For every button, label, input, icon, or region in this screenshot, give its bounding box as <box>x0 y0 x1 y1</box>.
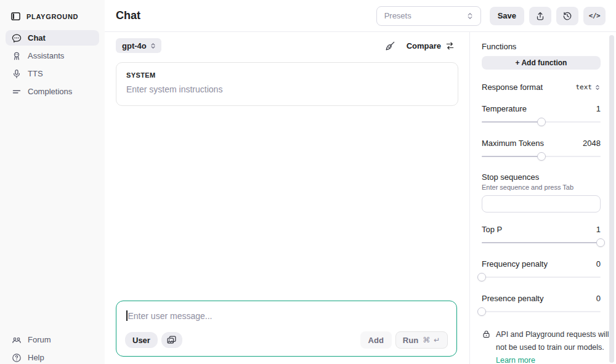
functions-label: Functions <box>482 42 601 51</box>
slider-thumb[interactable] <box>477 273 486 281</box>
frequency-penalty-slider[interactable] <box>482 273 601 281</box>
playground-app: PLAYGROUND Chat Assistants TTS Completio <box>0 0 616 364</box>
slider-thumb[interactable] <box>596 238 605 247</box>
sidebar-item-help[interactable]: Help <box>6 350 99 364</box>
compare-button[interactable]: Compare <box>407 41 455 51</box>
privacy-line: API and Playground requests will <box>496 328 609 341</box>
model-name: gpt-4o <box>122 41 147 51</box>
user-message-composer[interactable]: Enter user message... User Add Run <box>116 301 457 357</box>
history-clock-icon <box>562 11 572 21</box>
param-value: 0 <box>596 259 601 269</box>
slider-fill <box>482 242 601 243</box>
sidebar-header: PLAYGROUND <box>6 9 99 30</box>
run-button[interactable]: Run ⌘ ↵ <box>395 331 448 349</box>
chevron-updown-icon <box>466 12 474 20</box>
response-format-label: Response format <box>482 83 543 92</box>
composer-actions: User Add Run ⌘ ↵ <box>125 331 448 349</box>
system-instructions-input[interactable]: Enter system instructions <box>126 84 448 94</box>
code-icon: </> <box>589 12 600 20</box>
presets-placeholder: Presets <box>384 11 411 20</box>
param-value: 2048 <box>583 139 601 148</box>
system-message-box[interactable]: SYSTEM Enter system instructions <box>116 62 458 106</box>
param-value: 1 <box>596 225 601 234</box>
scrollbar[interactable] <box>609 35 614 363</box>
param-presence-penalty: Presence penalty 0 <box>482 294 601 316</box>
presets-select[interactable]: Presets <box>376 6 481 26</box>
add-function-button[interactable]: + Add function <box>482 56 601 70</box>
stop-sequences-helper: Enter sequence and press Tab <box>482 184 601 191</box>
presence-penalty-slider[interactable] <box>482 307 601 316</box>
chat-panel: gpt-4o Compare <box>105 32 469 364</box>
stop-sequences-group: Stop sequences Enter sequence and press … <box>482 172 601 212</box>
assistant-robot-icon <box>12 51 22 61</box>
param-label: Top P <box>482 225 502 234</box>
learn-more-link[interactable]: Learn more <box>496 354 535 364</box>
privacy-note: API and Playground requests will not be … <box>482 328 601 364</box>
slider-thumb[interactable] <box>537 152 546 161</box>
panel-toggle-icon[interactable] <box>10 11 21 22</box>
model-select[interactable]: gpt-4o <box>116 38 161 53</box>
sidebar-footer: Forum Help <box>6 332 99 364</box>
slider-fill <box>482 121 541 123</box>
temperature-slider[interactable] <box>482 118 601 126</box>
sidebar-item-label: TTS <box>28 69 43 78</box>
sidebar: PLAYGROUND Chat Assistants TTS Completio <box>0 0 105 364</box>
main-column: Chat Presets Save <box>105 0 616 364</box>
attach-image-button[interactable] <box>161 332 182 348</box>
brand-label: PLAYGROUND <box>26 13 78 20</box>
save-button[interactable]: Save <box>490 7 524 25</box>
composer-submit-group: Add Run ⌘ ↵ <box>360 331 448 349</box>
top-bar-actions: Presets Save </> <box>376 6 606 26</box>
chevron-updown-icon <box>594 84 601 91</box>
run-shortcut: ⌘ ↵ <box>423 336 440 344</box>
view-code-button[interactable]: </> <box>583 7 606 25</box>
microphone-icon <box>12 69 22 79</box>
share-button[interactable] <box>529 7 551 25</box>
param-value: 0 <box>596 294 601 303</box>
max-tokens-slider[interactable] <box>482 152 601 161</box>
chat-bubble-icon <box>12 33 22 43</box>
stop-sequences-label: Stop sequences <box>482 172 601 182</box>
people-icon <box>12 335 22 345</box>
slider-thumb[interactable] <box>537 118 546 126</box>
compare-arrows-icon <box>445 41 455 51</box>
sidebar-item-label: Assistants <box>28 51 64 60</box>
param-frequency-penalty: Frequency penalty 0 <box>482 259 601 281</box>
page-title: Chat <box>116 9 140 22</box>
add-message-button[interactable]: Add <box>360 331 392 349</box>
chat-empty-area <box>116 106 460 301</box>
sidebar-item-assistants[interactable]: Assistants <box>6 48 99 63</box>
param-max-tokens: Maximum Tokens 2048 <box>482 139 601 161</box>
top-bar: Chat Presets Save <box>105 0 616 32</box>
settings-panel: Functions + Add function Response format… <box>469 32 616 364</box>
param-top-p: Top P 1 <box>482 225 601 247</box>
model-row-actions: Compare <box>385 41 460 51</box>
sidebar-item-completions[interactable]: Completions <box>6 84 99 99</box>
user-message-placeholder: Enter user message... <box>128 311 213 321</box>
share-icon <box>535 11 545 21</box>
model-row: gpt-4o Compare <box>116 38 460 53</box>
history-button[interactable] <box>556 7 578 25</box>
help-circle-icon <box>12 353 22 363</box>
compare-label: Compare <box>407 41 441 51</box>
sidebar-item-chat[interactable]: Chat <box>6 30 99 46</box>
slider-thumb[interactable] <box>477 307 486 316</box>
param-value: 1 <box>596 104 601 113</box>
stop-sequences-input[interactable] <box>482 195 601 212</box>
sidebar-item-label: Chat <box>28 33 46 42</box>
param-label: Maximum Tokens <box>482 139 544 148</box>
response-format-select[interactable]: text <box>576 83 601 91</box>
param-label: Presence penalty <box>482 294 543 303</box>
slider-track <box>482 311 601 312</box>
sidebar-item-label: Completions <box>28 87 72 96</box>
clear-broom-icon[interactable] <box>385 41 395 51</box>
top-p-slider[interactable] <box>482 238 601 247</box>
user-message-input[interactable]: Enter user message... <box>126 310 447 321</box>
system-label: SYSTEM <box>126 71 448 79</box>
sidebar-item-forum[interactable]: Forum <box>6 332 99 347</box>
chevron-updown-icon <box>150 42 156 49</box>
privacy-line: not be used to train our models. <box>496 341 609 354</box>
param-label: Temperature <box>482 104 527 113</box>
role-toggle-button[interactable]: User <box>125 332 158 348</box>
sidebar-item-tts[interactable]: TTS <box>6 66 99 81</box>
